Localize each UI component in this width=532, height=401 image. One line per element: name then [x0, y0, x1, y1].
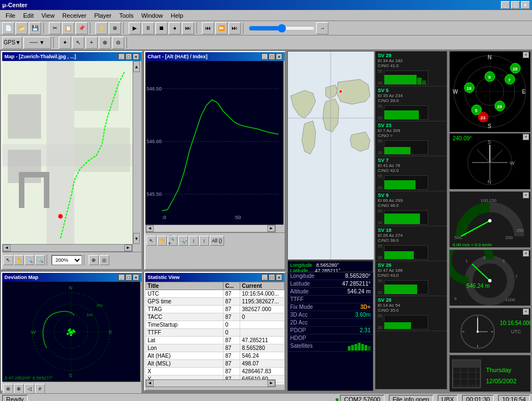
chart-tool4[interactable]: 🔍- [178, 236, 188, 246]
menu-window[interactable]: Window [138, 11, 166, 20]
table-row: Alt (HAE) 87 546.24 [146, 352, 285, 360]
menu-tools[interactable]: Tools [116, 11, 137, 20]
menu-edit[interactable]: Edit [20, 11, 37, 20]
forward-button[interactable]: ⏩ [215, 22, 227, 34]
tool5[interactable]: ⊖ [112, 37, 124, 49]
chart-hscroll[interactable]: ◄ ► [145, 225, 276, 232]
speed-slider[interactable] [249, 24, 315, 32]
alt-gauge-close[interactable]: × [523, 250, 529, 257]
map-tool-select[interactable]: ↖ [3, 255, 13, 265]
tool3[interactable]: + [85, 37, 98, 49]
green-dot-icon: ● [335, 395, 339, 402]
svg-rect-11 [145, 61, 283, 225]
tool2[interactable]: ↖ [72, 37, 84, 49]
stat-minimize[interactable]: _ [261, 274, 268, 281]
disconnect-button[interactable]: ⊗ [109, 22, 121, 34]
chart-panel: Chart - [Alt (HAE) / Index] _ □ × 546.50… [144, 51, 286, 270]
menu-player[interactable]: Player [91, 11, 115, 20]
speed-close[interactable]: × [523, 192, 529, 199]
open-button[interactable]: 📂 [16, 22, 28, 34]
tool1[interactable]: ✦ [59, 37, 71, 49]
stat-maximize[interactable]: □ [268, 274, 275, 281]
maximize-button[interactable]: □ [511, 1, 520, 9]
chart-close[interactable]: × [276, 53, 282, 60]
map-track[interactable]: ◎ [99, 255, 109, 265]
chart-maximize[interactable]: □ [268, 53, 275, 60]
dev-title-btns[interactable]: _ □ × [118, 274, 139, 281]
title-controls[interactable]: _ □ × [501, 1, 530, 9]
save-button[interactable]: 💾 [29, 22, 41, 34]
map-canvas[interactable]: ▲ ▼ [2, 61, 140, 244]
menu-view[interactable]: View [38, 11, 58, 20]
skyview-close[interactable]: × [523, 52, 529, 58]
stat-hscroll[interactable]: ◄ ► [145, 379, 276, 387]
tool4[interactable]: ⊕ [99, 37, 111, 49]
dev-tool4[interactable]: # [35, 384, 45, 394]
map-tool-pan[interactable]: ✋ [14, 255, 24, 265]
chart-tool2[interactable]: ✋ [157, 236, 167, 246]
chart-tool5[interactable]: ↕ [189, 236, 199, 246]
chart-minimize[interactable]: _ [261, 53, 268, 60]
svg-point-116 [69, 328, 71, 331]
map-title-btns[interactable]: _ □ × [118, 53, 139, 60]
chart-title-btns[interactable]: _ □ × [261, 53, 282, 60]
cut-button[interactable]: ✂ [49, 22, 61, 34]
gps-btn[interactable]: GPS▼ [2, 37, 22, 49]
compass-close[interactable]: × [523, 134, 529, 140]
dev-maximize[interactable]: □ [125, 274, 132, 281]
sv-row-26: SV 26 El 47 Az 166 C/NO 43.0 5520 [376, 261, 447, 296]
stat-scroll[interactable]: Title C... Current UTC 87 10:16:54.000..… [145, 282, 285, 384]
map-close[interactable]: × [133, 53, 139, 60]
chart-all[interactable]: All () [210, 236, 224, 246]
play-button[interactable]: ▶ [129, 22, 141, 34]
app-title: μ-Center [2, 2, 27, 8]
dev-close[interactable]: × [133, 274, 139, 281]
map-hscroll[interactable]: ◄ ► [2, 244, 133, 252]
info-acc3d-row: 3D Acc 3.60m [288, 311, 373, 319]
pause-button[interactable]: ⏸ [142, 22, 154, 34]
copy-button[interactable]: 📋 [62, 22, 74, 34]
map-tool-zoomout[interactable]: 🔍 [35, 255, 45, 265]
info-pdop-row: PDOP 2.31 [288, 327, 373, 334]
menu-receiver[interactable]: Receiver [59, 11, 89, 20]
chart-canvas[interactable]: 546.50 546.00 545.50 :0 :50 [145, 61, 283, 225]
sat-bar-3 [354, 344, 357, 351]
svg-text:1m: 1m [87, 312, 93, 317]
dev-tool1[interactable]: ⊕ [3, 384, 13, 394]
world-map-panel: Longitude 8.565280° Latitude 47.285211° [287, 51, 373, 270]
dev-tool3[interactable]: ◁ [24, 384, 34, 394]
menu-file[interactable]: File [2, 11, 19, 20]
step-button[interactable]: ⏭ [182, 22, 194, 34]
stop-button[interactable]: ⏹ [155, 22, 168, 34]
dev-tool2[interactable]: ⊕ [14, 384, 24, 394]
chart-tool3[interactable]: 🔍+ [168, 236, 178, 246]
map-maximize[interactable]: □ [125, 53, 132, 60]
time2-text: 10:16:54 [502, 396, 526, 402]
paste-button[interactable]: 📌 [75, 22, 88, 34]
menu-help[interactable]: Help [168, 11, 187, 20]
unit-btn[interactable]: ── ▼ [23, 37, 51, 49]
svg-text:UTC: UTC [511, 329, 521, 334]
close-button[interactable]: × [521, 1, 530, 9]
minimize-button[interactable]: _ [501, 1, 510, 9]
chart-tool6[interactable]: ↕ [199, 236, 209, 246]
zoom-select[interactable]: 200% 100% 50% [52, 255, 82, 265]
dev-canvas[interactable]: N S E W 1m 2m [2, 282, 140, 382]
map-vscroll[interactable]: ▲ ▼ [133, 61, 140, 244]
map-center[interactable]: ⊕ [89, 255, 99, 265]
map-tool-zoomin[interactable]: 🔍 [24, 255, 34, 265]
utc-close[interactable]: × [523, 308, 529, 315]
speed-btn[interactable]: → [316, 22, 328, 34]
table-row: TACC 87 0 [146, 313, 285, 321]
connect-button[interactable]: ⚡ [95, 22, 108, 34]
chart-tool1[interactable]: ↖ [146, 236, 156, 246]
dev-minimize[interactable]: _ [118, 274, 125, 281]
record-button[interactable]: ● [169, 22, 181, 34]
new-button[interactable]: 📄 [2, 22, 14, 34]
end-button[interactable]: ⏭ [229, 22, 241, 34]
rewind-button[interactable]: ⏮ [202, 22, 214, 34]
stat-title-btns[interactable]: _ □ × [261, 274, 282, 281]
stat-close[interactable]: × [276, 274, 282, 281]
map-minimize[interactable]: _ [118, 53, 125, 60]
row-count: 87 [224, 313, 240, 321]
